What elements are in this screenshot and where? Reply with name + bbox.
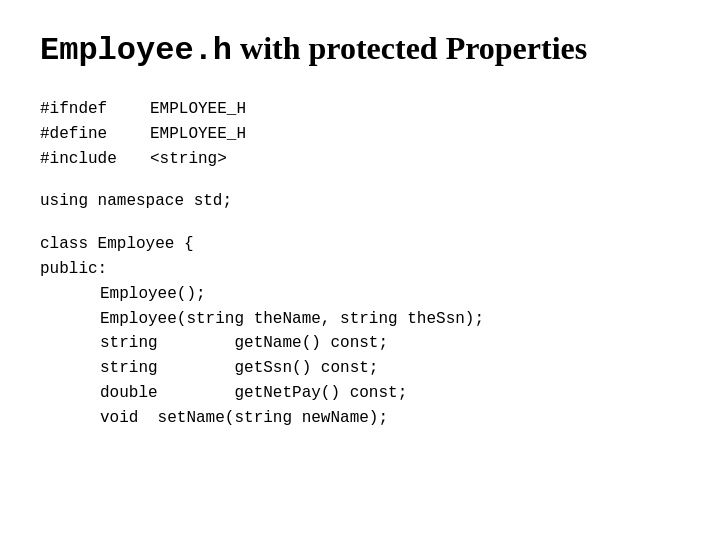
define-value: EMPLOYEE_H xyxy=(150,125,246,143)
title-text-part: with protected Properties xyxy=(232,30,587,66)
ifndef-value: EMPLOYEE_H xyxy=(150,100,246,118)
title-code-part: Employee.h xyxy=(40,32,232,69)
method-getname: string getName() const; xyxy=(40,331,680,356)
ifndef-directive: #ifndef xyxy=(40,97,150,122)
page-title: Employee.h with protected Properties xyxy=(40,30,680,69)
include-line: #include<string> xyxy=(40,147,680,172)
access-modifier-line: public: xyxy=(40,257,680,282)
define-line: #defineEMPLOYEE_H xyxy=(40,122,680,147)
class-header-line: class Employee { xyxy=(40,232,680,257)
code-block: #ifndefEMPLOYEE_H #defineEMPLOYEE_H #inc… xyxy=(40,97,680,431)
page-container: Employee.h with protected Properties #if… xyxy=(0,0,720,540)
class-section: class Employee { public: Employee(); Emp… xyxy=(40,232,680,430)
preprocessor-section: #ifndefEMPLOYEE_H #defineEMPLOYEE_H #inc… xyxy=(40,97,680,171)
include-directive: #include xyxy=(40,147,150,172)
method-getssn: string getSsn() const; xyxy=(40,356,680,381)
using-section: using namespace std; xyxy=(40,189,680,214)
include-value: <string> xyxy=(150,150,227,168)
method-setname: void setName(string newName); xyxy=(40,406,680,431)
method-getnetpay: double getNetPay() const; xyxy=(40,381,680,406)
method-constructor-params: Employee(string theName, string theSsn); xyxy=(40,307,680,332)
define-directive: #define xyxy=(40,122,150,147)
using-line: using namespace std; xyxy=(40,189,680,214)
ifndef-line: #ifndefEMPLOYEE_H xyxy=(40,97,680,122)
method-constructor-default: Employee(); xyxy=(40,282,680,307)
